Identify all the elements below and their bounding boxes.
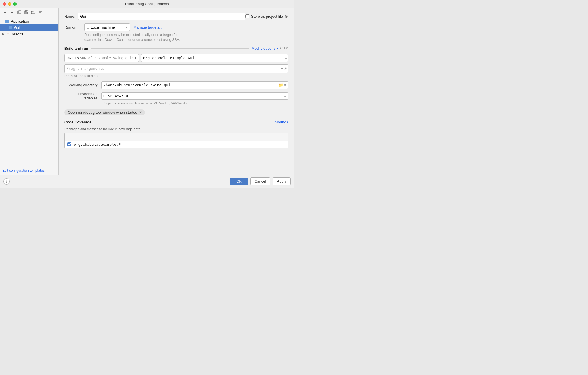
chevron-right-icon: ▶ xyxy=(2,32,5,35)
program-args-box[interactable]: Program arguments ≡ ⤢ xyxy=(64,64,288,73)
sdk-name: java 16 xyxy=(67,56,79,60)
window-title: Run/Debug Configurations xyxy=(125,2,169,6)
prog-args-icons: ≡ ⤢ xyxy=(281,66,287,71)
working-dir-input[interactable]: /home/ubuntu/example-swing-gui 📁 ≡ xyxy=(101,81,288,89)
modify-options-arrow-icon: ▾ xyxy=(277,47,278,50)
run-on-dropdown[interactable]: ⌂ Local machine ▾ xyxy=(84,23,130,31)
env-row: Environment variables: DISPLAY=:10 ≡ xyxy=(64,92,288,100)
tree-item-gui[interactable]: Gui xyxy=(0,24,58,31)
main-class-text: org.chabala.example.Gui xyxy=(143,56,286,60)
sdk-hint: SDK of 'example-swing-gui' xyxy=(80,56,134,60)
svg-rect-4 xyxy=(25,12,28,14)
coverage-add-btn[interactable]: + xyxy=(74,134,80,140)
tree-group-application[interactable]: ▾ Application xyxy=(0,18,58,24)
content-panel: Name: Store as project file ⚙ Run on: ⌂ … xyxy=(59,8,294,175)
coverage-sub-title: Packages and classes to include in cover… xyxy=(64,127,288,131)
apply-button[interactable]: Apply xyxy=(273,177,291,185)
coverage-modify-label: Modify xyxy=(275,120,286,124)
maven-group-label: Maven xyxy=(12,32,23,36)
working-dir-label: Working directory: xyxy=(64,83,101,87)
sidebar-footer: Edit configuration templates... xyxy=(0,166,58,175)
main-class-box[interactable]: org.chabala.example.Gui ≡ xyxy=(141,54,288,62)
coverage-modify-link[interactable]: Modify ▾ xyxy=(275,120,288,124)
code-coverage-title: Code Coverage xyxy=(64,120,91,124)
home-icon: ⌂ xyxy=(87,25,89,29)
coverage-section-header: Code Coverage Modify ▾ xyxy=(64,120,288,124)
chevron-down-icon: ▾ xyxy=(2,20,4,23)
run-on-row: Run on: ⌂ Local machine ▾ Manage targets… xyxy=(64,23,288,31)
dropdown-arrow-icon: ▾ xyxy=(126,26,127,29)
coverage-item-checkbox[interactable] xyxy=(67,142,71,146)
sort-config-button[interactable] xyxy=(37,9,44,15)
gear-icon[interactable]: ⚙ xyxy=(285,14,288,19)
add-config-button[interactable]: + xyxy=(2,9,8,15)
env-macro-icon[interactable]: ≡ xyxy=(284,94,286,98)
remove-config-button[interactable]: − xyxy=(9,9,15,15)
cancel-button[interactable]: Cancel xyxy=(250,177,270,185)
section-divider-line xyxy=(91,48,249,49)
coverage-remove-btn[interactable]: − xyxy=(67,134,73,140)
coverage-toolbar: − + xyxy=(65,133,288,141)
coverage-modify-arrow-icon: ▾ xyxy=(287,120,288,124)
open-tool-window-label: Open run/debug tool window when started xyxy=(68,110,137,115)
env-hint: Separate variables with semicolon: VAR=v… xyxy=(104,101,288,105)
application-folder-icon xyxy=(5,19,9,23)
main-container: + − ▾ Application xyxy=(0,8,294,175)
main-class-browse-icon[interactable]: ≡ xyxy=(285,56,287,60)
maven-icon: m xyxy=(6,31,10,36)
copy-config-button[interactable] xyxy=(16,9,22,15)
run-on-label: Run on: xyxy=(64,25,81,29)
name-row: Name: Store as project file ⚙ xyxy=(64,13,288,20)
tag-chip-area: Open run/debug tool window when started … xyxy=(64,108,288,115)
prog-args-expand-icon[interactable]: ⤢ xyxy=(284,67,287,71)
help-button[interactable]: ? xyxy=(3,178,10,185)
coverage-item: org.chabala.example.* xyxy=(65,141,288,148)
folder-config-button[interactable] xyxy=(30,9,37,15)
build-run-title: Build and run xyxy=(64,46,88,51)
env-label: Environment variables: xyxy=(64,92,101,100)
working-dir-folder-icon[interactable]: 📁 xyxy=(279,83,283,87)
coverage-item-text: org.chabala.example.* xyxy=(74,142,121,147)
open-tool-window-tag: Open run/debug tool window when started … xyxy=(64,109,145,115)
coverage-section-line xyxy=(94,122,272,122)
gui-item-icon xyxy=(8,25,13,30)
edit-templates-link[interactable]: Edit configuration templates... xyxy=(2,169,47,173)
program-args-placeholder: Program arguments xyxy=(66,66,104,71)
sidebar: + − ▾ Application xyxy=(0,8,59,175)
sdk-row: java 16 SDK of 'example-swing-gui' ▾ org… xyxy=(64,54,288,62)
tree-group-maven[interactable]: ▶ m Maven xyxy=(0,31,58,37)
working-dir-macro-icon[interactable]: ≡ xyxy=(284,83,286,87)
store-project-checkbox[interactable] xyxy=(245,14,249,18)
env-input[interactable]: DISPLAY=:10 ≡ xyxy=(101,92,288,100)
application-group-label: Application xyxy=(11,19,29,23)
modify-options-link[interactable]: Modify options xyxy=(251,46,275,51)
sdk-dropdown[interactable]: java 16 SDK of 'example-swing-gui' ▾ xyxy=(64,54,139,62)
traffic-lights xyxy=(3,2,17,6)
save-config-button[interactable] xyxy=(23,9,29,15)
run-on-hint: Run configurations may be executed local… xyxy=(84,33,288,42)
minimize-button[interactable] xyxy=(8,2,11,6)
gui-item-label: Gui xyxy=(14,25,20,30)
sidebar-tree: ▾ Application Gui ▶ m Maven xyxy=(0,17,58,166)
store-project-label: Store as project file xyxy=(251,14,283,19)
bottom-bar: ? OK Cancel Apply xyxy=(0,175,294,188)
prog-args-macro-icon[interactable]: ≡ xyxy=(281,66,283,71)
build-run-section-header: Build and run Modify options ▾ Alt+M xyxy=(64,46,288,51)
manage-targets-link[interactable]: Manage targets... xyxy=(133,25,162,29)
svg-rect-1 xyxy=(18,11,21,13)
store-project-area: Store as project file ⚙ xyxy=(245,14,288,19)
svg-rect-3 xyxy=(25,11,27,12)
section-actions: Modify options ▾ Alt+M xyxy=(251,46,288,51)
coverage-box: − + org.chabala.example.* xyxy=(64,133,288,148)
sdk-dropdown-arrow-icon: ▾ xyxy=(135,56,136,59)
title-bar: Run/Debug Configurations xyxy=(0,0,294,8)
tag-chip-close-icon[interactable]: ✕ xyxy=(139,110,142,114)
close-button[interactable] xyxy=(3,2,6,6)
name-input[interactable] xyxy=(78,13,245,20)
run-on-value: Local machine xyxy=(91,25,115,29)
ok-button[interactable]: OK xyxy=(230,178,248,185)
field-hint-text: Press Alt for field hints xyxy=(64,74,288,78)
sidebar-toolbar: + − xyxy=(0,8,58,17)
code-coverage-section: Code Coverage Modify ▾ Packages and clas… xyxy=(64,120,288,148)
maximize-button[interactable] xyxy=(13,2,17,6)
